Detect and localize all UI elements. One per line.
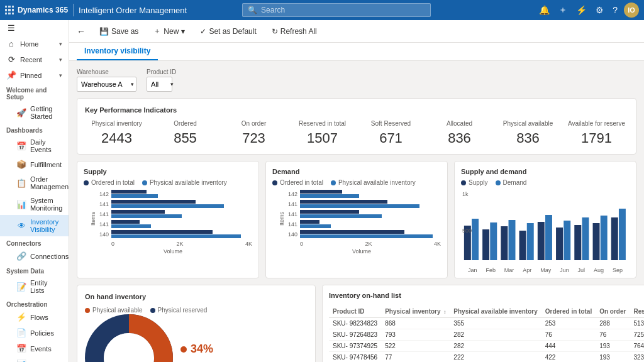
toolbar: ← 💾 Save as ＋ New ▾ ✓ Set as Default ↻ R… [69,20,644,43]
sidebar-item-recent-label: Recent [20,56,42,63]
svg-rect-15 [601,216,608,260]
sidebar-item-system-monitoring-label: System Monitoring [30,197,62,212]
svg-rect-3 [490,222,497,260]
supply-legend: Ordered in total Physical available inve… [84,179,252,186]
product-id-select[interactable]: All [147,77,172,92]
search-box[interactable]: 🔍 Search [242,3,431,17]
inventory-table-title: Inventory on-hand list [329,292,644,299]
kpi-available-reserve: Available for reserve 1791 [565,120,628,146]
kpi-physical-inventory: Physical inventory 2443 [85,120,148,146]
table-row[interactable]: SKU- 98234823 868 355 253 288 513 238 60… [329,318,644,329]
kpi-soft-reserved: Soft Reserved 671 [359,120,423,146]
topbar-divider [73,4,74,16]
kpi-reserved-total: Reserved in total 1507 [291,120,354,146]
status-icon: 📊 [16,359,26,362]
supply-legend-physical: Physical available inventory [142,179,227,186]
sidebar-item-flows[interactable]: ⚡ Flows [0,309,69,325]
sidebar-item-daily-events[interactable]: 📅 Daily Events [0,135,69,156]
sidebar-item-recent[interactable]: ⟳ Recent ▾ [0,52,69,67]
home-icon: ⌂ [6,39,16,48]
bell-icon[interactable]: 🔔 [536,3,552,18]
app-logo[interactable]: Dynamics 365 [5,6,68,14]
kpi-ordered: Ordered 855 [153,120,217,146]
vbar-xaxis: Jan Feb Mar Apr May Jun Jul Aug Sep [461,267,630,273]
chevron-down-icon: ▾ [59,57,62,63]
table-row[interactable]: SKU- 97264823 793 282 76 76 725 90 98 42… [329,329,644,341]
warehouse-filter: Warehouse Warehouse A [77,69,136,92]
avatar[interactable]: IO [624,3,639,18]
chevron-down-icon: ▾ [59,72,62,79]
col-physical-available-inventory[interactable]: Physical available inventory [450,305,541,318]
demand-bars: 142 141 [282,190,441,238]
col-reserved-total[interactable]: Reserved in total [630,305,644,318]
recent-icon: ⟳ [6,55,16,64]
sidebar-toggle[interactable]: ☰ [0,20,69,36]
tab-inventory-visibility[interactable]: Inventory visibility [77,43,158,60]
filter-icon[interactable]: ⚡ [574,3,589,18]
kpi-title: Key Performance Indicators [85,106,628,114]
col-on-order[interactable]: On order [596,305,630,318]
svg-rect-16 [611,217,618,260]
refresh-button[interactable]: ↻ Refresh All [268,25,321,38]
table-row[interactable]: SKU- 97478456 77 222 422 193 323 89 613 … [329,352,644,363]
bar-dark [111,190,147,194]
svg-rect-5 [509,220,516,260]
main-content: ← 💾 Save as ＋ New ▾ ✓ Set as Default ↻ R… [69,20,644,362]
pin-icon: 📌 [6,70,16,80]
checkmark-icon: ✓ [200,27,206,36]
supply-x-label: Volume [94,248,252,255]
tab-bar: Inventory visibility [69,43,644,61]
sidebar-item-fulfillment[interactable]: 📦 Fulfillment [0,156,69,172]
donut-svg [85,314,173,362]
new-icon: ＋ [153,26,161,36]
refresh-icon: ↻ [272,27,278,36]
help-icon[interactable]: ? [610,3,620,18]
warehouse-select[interactable]: Warehouse A [77,77,136,92]
demand-x-label: Volume [282,248,441,255]
col-ordered-total[interactable]: Ordered in total [541,305,596,318]
demand-chart: Demand Ordered in total Physical availab… [265,161,448,278]
save-as-button[interactable]: 💾 Save as [96,25,142,38]
set-default-button[interactable]: ✓ Set as Default [196,25,260,38]
vbar-svg [461,195,630,264]
table-row[interactable]: SKU- 97374925 522 282 444 193 764 53 87 … [329,341,644,352]
sidebar: ☰ ⌂ Home ▾ ⟳ Recent ▾ 📌 Pinned ▾ Welcome… [0,20,69,362]
box-icon: 📦 [16,160,26,169]
eye-icon: 👁 [16,221,26,231]
sidebar-item-pinned[interactable]: 📌 Pinned ▾ [0,67,69,83]
sidebar-item-policies[interactable]: 📄 Policies [0,325,69,341]
table-scroll[interactable]: Product ID Physical inventory ↕ Physical… [329,305,644,362]
svg-rect-8 [538,222,545,260]
sidebar-item-connections[interactable]: 🔗 Connections [0,248,69,264]
topbar: Dynamics 365 Intelligent Order Managemen… [0,0,644,20]
sidebar-item-entity-lists[interactable]: 📝 Entity Lists [0,276,69,297]
sidebar-item-events[interactable]: 📅 Events [0,341,69,356]
back-button[interactable]: ← [77,26,86,36]
section-dashboards: Dashboards [0,123,69,135]
search-icon: 🔍 [248,6,257,14]
col-product-id[interactable]: Product ID [329,305,381,318]
settings-icon[interactable]: ⚙ [593,3,606,18]
sidebar-item-status[interactable]: 📊 Status [0,356,69,362]
sidebar-item-order-management[interactable]: 📋 Order Management [0,172,69,194]
sidebar-item-home[interactable]: ⌂ Home ▾ [0,36,69,52]
product-id-filter: Product ID All [147,69,176,92]
col-physical-inventory[interactable]: Physical inventory ↕ [381,305,450,318]
supply-demand-legend-supply: Supply [461,179,488,186]
plus-icon[interactable]: ＋ [556,2,570,18]
section-welcome: Welcome and Setup [0,83,69,102]
demand-y-label: Items [279,212,285,226]
sidebar-item-getting-started-label: Getting Started [30,105,62,120]
search-placeholder: Search [261,6,285,14]
sidebar-item-system-monitoring[interactable]: 📊 System Monitoring [0,194,69,215]
section-system-data: System Data [0,264,69,276]
svg-rect-14 [593,223,600,260]
link-icon: 🔗 [16,251,26,261]
topbar-icons: 🔔 ＋ ⚡ ⚙ ? IO [536,2,639,18]
supply-demand-vbar: 1k 500 [461,190,630,272]
on-hand-legend: Physical available Physical reserved [85,307,308,314]
sidebar-item-getting-started[interactable]: 🚀 Getting Started [0,102,69,123]
new-button[interactable]: ＋ New ▾ [150,24,189,38]
sidebar-item-inventory-visibility[interactable]: 👁 Inventory Visibility [0,215,69,236]
inventory-table: Product ID Physical inventory ↕ Physical… [329,305,644,362]
